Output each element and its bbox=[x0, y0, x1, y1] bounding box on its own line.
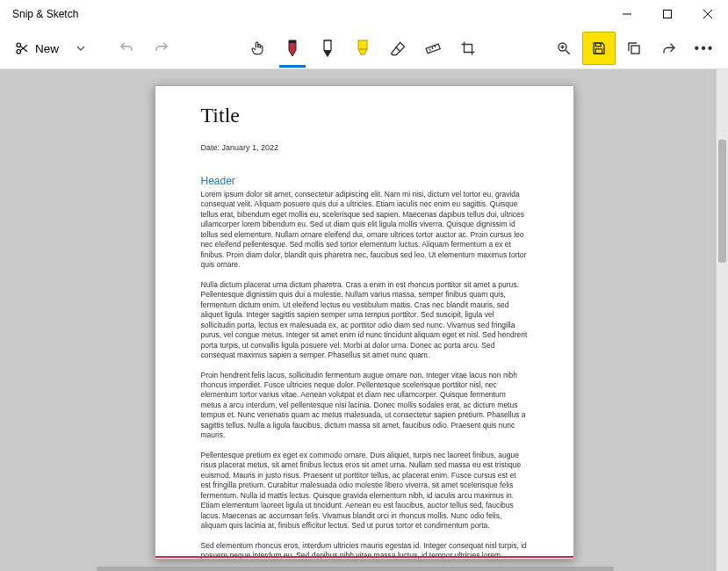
svg-rect-1 bbox=[664, 11, 672, 18]
svg-line-14 bbox=[566, 50, 570, 54]
undo-icon bbox=[119, 40, 134, 56]
highlighter-icon bbox=[354, 39, 371, 58]
toolbar-right-group: ••• bbox=[547, 32, 721, 65]
eraser-icon bbox=[389, 40, 407, 57]
touch-writing-button[interactable] bbox=[241, 32, 274, 65]
svg-line-10 bbox=[429, 48, 431, 51]
touch-icon bbox=[249, 40, 266, 57]
crop-icon bbox=[460, 40, 476, 56]
document-paragraph: Nulla dictum placerat urna dictum pharet… bbox=[201, 280, 528, 361]
eraser-button[interactable] bbox=[381, 32, 414, 65]
share-icon bbox=[661, 40, 677, 56]
zoom-button[interactable] bbox=[547, 32, 580, 65]
scissors-icon bbox=[14, 40, 30, 56]
svg-rect-19 bbox=[631, 46, 639, 54]
svg-rect-18 bbox=[595, 49, 602, 54]
svg-line-11 bbox=[432, 47, 434, 49]
window-controls bbox=[607, 0, 728, 28]
save-icon bbox=[591, 40, 607, 56]
horizontal-scrollbar[interactable] bbox=[97, 567, 614, 571]
close-button[interactable] bbox=[688, 0, 728, 28]
toolbar-center-group bbox=[241, 32, 485, 65]
share-button[interactable] bbox=[652, 32, 686, 65]
scrollbar-thumb[interactable] bbox=[718, 140, 726, 263]
document-paragraph: Pellentesque pretium ex eget ex commodo … bbox=[201, 451, 528, 531]
copy-button[interactable] bbox=[617, 32, 651, 65]
pen-black-icon bbox=[320, 39, 335, 58]
annotation-stroke bbox=[155, 556, 573, 558]
highlighter-button[interactable] bbox=[346, 32, 379, 65]
pen-red-icon bbox=[285, 39, 300, 58]
svg-rect-17 bbox=[595, 43, 601, 47]
ballpoint-pen-button[interactable] bbox=[276, 32, 309, 65]
redo-button[interactable] bbox=[145, 32, 178, 65]
toolbar: New bbox=[0, 28, 728, 69]
copy-icon bbox=[626, 40, 642, 56]
svg-line-8 bbox=[396, 47, 400, 51]
app-window: Snip & Sketch bbox=[0, 0, 728, 571]
document-date: Date: January 1, 2022 bbox=[201, 143, 528, 152]
titlebar: Snip & Sketch bbox=[0, 0, 728, 28]
document-paragraph: Proin hendrerit felis lacus, sollicitudi… bbox=[201, 371, 528, 441]
svg-rect-7 bbox=[358, 40, 367, 49]
document-title: Title bbox=[201, 104, 528, 127]
active-tool-indicator bbox=[279, 65, 306, 68]
vertical-scrollbar[interactable] bbox=[716, 69, 728, 571]
redo-icon bbox=[154, 40, 169, 56]
toolbar-left-group: New bbox=[7, 32, 178, 65]
minimize-button[interactable] bbox=[607, 0, 647, 28]
maximize-button[interactable] bbox=[647, 0, 688, 28]
new-snip-dropdown[interactable] bbox=[68, 32, 94, 65]
save-button[interactable] bbox=[582, 32, 616, 65]
document-paragraph: Lorem ipsum dolor sit amet, consectetur … bbox=[201, 190, 528, 271]
ruler-button[interactable] bbox=[416, 32, 450, 65]
new-snip-button[interactable]: New bbox=[7, 32, 66, 65]
captured-image[interactable]: Title Date: January 1, 2022 Header Lorem… bbox=[155, 85, 574, 560]
more-button[interactable]: ••• bbox=[688, 32, 721, 65]
app-title: Snip & Sketch bbox=[12, 8, 78, 20]
canvas-area[interactable]: Title Date: January 1, 2022 Header Lorem… bbox=[0, 69, 728, 571]
undo-button[interactable] bbox=[110, 32, 143, 65]
new-label: New bbox=[35, 42, 59, 55]
chevron-down-icon bbox=[76, 43, 86, 54]
more-icon: ••• bbox=[695, 40, 715, 56]
zoom-icon bbox=[556, 40, 572, 56]
pencil-button[interactable] bbox=[311, 32, 344, 65]
crop-button[interactable] bbox=[451, 32, 485, 65]
ruler-icon bbox=[424, 40, 442, 57]
svg-rect-6 bbox=[289, 40, 296, 43]
document-header: Header bbox=[201, 175, 528, 187]
